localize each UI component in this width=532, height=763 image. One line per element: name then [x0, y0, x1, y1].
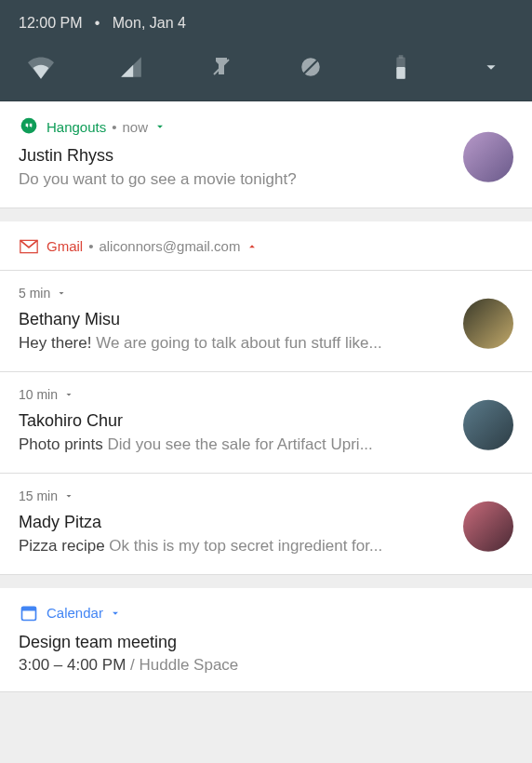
chevron-down-icon[interactable]	[109, 607, 122, 620]
gmail-subject: Hey there!	[19, 334, 96, 352]
gmail-avatar	[463, 299, 513, 349]
battery-icon[interactable]	[386, 52, 416, 82]
chevron-down-icon[interactable]	[153, 120, 166, 133]
svg-rect-9	[22, 607, 36, 610]
wifi-icon[interactable]	[26, 52, 56, 82]
svg-rect-4	[397, 67, 406, 79]
hangouts-time: now	[122, 119, 148, 135]
calendar-location: Huddle Space	[140, 656, 239, 674]
gmail-subject: Pizza recipe	[19, 537, 109, 555]
expand-icon[interactable]	[476, 52, 506, 82]
cellular-icon[interactable]	[116, 52, 146, 82]
calendar-time-range: 3:00 – 4:00 PM	[19, 656, 126, 674]
gmail-notification-header[interactable]: Gmail • aliconnors@gmail.com	[0, 221, 532, 271]
svg-rect-5	[399, 55, 404, 59]
hangouts-notification[interactable]: Hangouts • now Justin Rhyss Do you want …	[0, 101, 532, 208]
hangouts-avatar	[463, 132, 513, 182]
hangouts-app-icon	[19, 116, 39, 137]
calendar-header[interactable]: Calendar	[19, 603, 513, 623]
gmail-message-time[interactable]: 10 min	[19, 387, 513, 402]
hangouts-sender: Justin Rhyss	[19, 146, 513, 166]
gmail-sender: Mady Pitza	[19, 513, 513, 532]
gmail-body: Pizza recipe Ok this is my top secret in…	[19, 536, 513, 557]
calendar-notification[interactable]: Calendar Design team meeting 3:00 – 4:00…	[0, 588, 532, 692]
gmail-app-icon	[19, 236, 39, 257]
do-not-disturb-icon[interactable]	[296, 52, 326, 82]
quick-settings-row	[0, 43, 532, 101]
gmail-avatar	[463, 501, 513, 551]
gmail-sender: Takohiro Chur	[19, 411, 513, 431]
separator-dot: •	[112, 119, 116, 135]
gmail-body: Hey there! We are going to talk about fu…	[19, 333, 513, 355]
gmail-message-1[interactable]: 10 min Takohiro Chur Photo prints Did yo…	[0, 372, 532, 474]
notification-divider	[0, 208, 532, 221]
chevron-down-icon	[63, 389, 74, 400]
gmail-preview: Ok this is my top secret ingredient for.…	[109, 537, 382, 555]
status-bar: 12:00 PM • Mon, Jan 4	[0, 0, 532, 43]
gmail-subject: Photo prints	[19, 435, 107, 453]
calendar-app-icon	[19, 603, 39, 623]
status-time: 12:00 PM	[19, 15, 82, 31]
gmail-message-2[interactable]: 15 min Mady Pitza Pizza recipe Ok this i…	[0, 474, 532, 575]
hangouts-body: Do you want to go see a movie tonight?	[19, 169, 513, 191]
notification-divider	[0, 575, 532, 588]
calendar-event-details: 3:00 – 4:00 PM / Huddle Space	[19, 656, 513, 675]
status-date: Mon, Jan 4	[113, 15, 186, 31]
calendar-app-name: Calendar	[47, 605, 103, 621]
status-separator: •	[95, 15, 100, 31]
gmail-preview: Did you see the sale for Artifact Upri..…	[107, 435, 372, 453]
calendar-event-title: Design team meeting	[19, 633, 513, 652]
gmail-sender: Bethany Misu	[19, 310, 513, 329]
chevron-down-icon	[56, 288, 67, 299]
gmail-message-0[interactable]: 5 min Bethany Misu Hey there! We are goi…	[0, 271, 532, 372]
chevron-up-icon[interactable]	[246, 240, 259, 253]
gmail-preview: We are going to talk about fun stuff lik…	[96, 334, 381, 352]
gmail-header[interactable]: Gmail • aliconnors@gmail.com	[19, 236, 513, 257]
gmail-account: aliconnors@gmail.com	[99, 238, 240, 254]
flashlight-off-icon[interactable]	[206, 52, 236, 82]
gmail-message-time[interactable]: 15 min	[19, 489, 513, 503]
hangouts-header[interactable]: Hangouts • now	[19, 116, 513, 137]
gmail-app-name: Gmail	[47, 238, 83, 254]
gmail-avatar	[463, 400, 513, 450]
separator-dot: •	[88, 238, 93, 254]
gmail-message-time[interactable]: 5 min	[19, 286, 513, 301]
svg-point-6	[21, 118, 37, 134]
chevron-down-icon	[63, 490, 74, 502]
gmail-body: Photo prints Did you see the sale for Ar…	[19, 435, 513, 456]
hangouts-app-name: Hangouts	[47, 119, 106, 135]
